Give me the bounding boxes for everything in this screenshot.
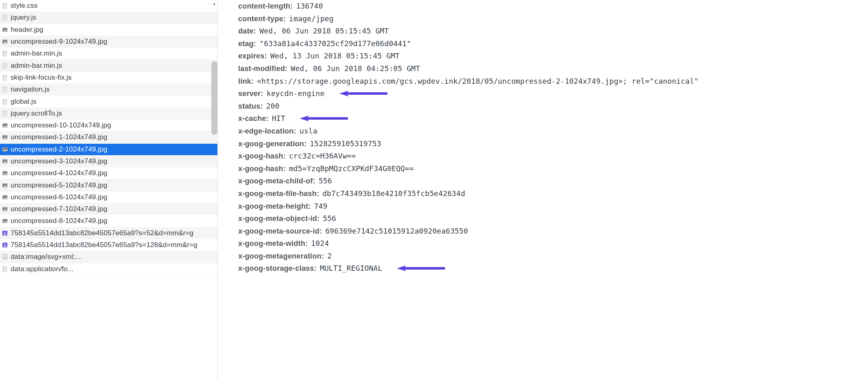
header-key: link: [238, 75, 254, 88]
request-row[interactable]: style.css [0, 0, 217, 12]
header-value: 136740 [296, 0, 323, 13]
request-list[interactable]: style.cssjquery.jsheader.jpguncompressed… [0, 0, 217, 379]
header-row: x-goog-hash:md5=YzqBpMQzcCXPKdF34G0EQQ== [238, 163, 868, 175]
request-list-panel: ▴ style.cssjquery.jsheader.jpguncompress… [0, 0, 218, 379]
file-icon [2, 266, 8, 272]
request-row[interactable]: data:image/svg+xml;... [0, 251, 217, 263]
header-row: date:Wed, 06 Jun 2018 05:15:45 GMT [238, 25, 868, 38]
image-icon [2, 158, 8, 164]
annotation-arrow-icon [299, 115, 348, 122]
request-name: uncompressed-5-1024x749.jpg [11, 181, 107, 190]
request-row[interactable]: skip-link-focus-fix.js [0, 72, 217, 84]
header-row: status:200 [238, 100, 868, 113]
header-row: content-length:136740 [238, 0, 868, 13]
request-row[interactable]: 758145a5514dd13abc82be45057e65a9?s=52&d=… [0, 227, 217, 239]
header-key: x-goog-meta-child-of: [238, 175, 315, 187]
file-icon [2, 63, 8, 69]
header-key: x-goog-hash: [238, 150, 286, 163]
header-row: link:<https://storage.googleapis.com/gcs… [238, 75, 868, 88]
request-name: global.js [11, 98, 36, 106]
request-row[interactable]: navigation.js [0, 84, 217, 96]
devtools-network-panel: ▴ style.cssjquery.jsheader.jpguncompress… [0, 0, 868, 379]
file-icon [2, 87, 8, 92]
header-row: server:keycdn-engine [238, 87, 868, 100]
scroll-up-icon[interactable]: ▴ [212, 1, 217, 6]
request-row[interactable]: admin-bar.min.js [0, 60, 217, 71]
image-icon [2, 39, 8, 45]
request-row[interactable]: global.js [0, 96, 217, 107]
header-key: x-goog-meta-source-id: [238, 225, 322, 238]
header-value: crc32c=H36AVw== [289, 150, 356, 163]
image-icon [2, 27, 8, 33]
request-row[interactable]: uncompressed-6-1024x749.jpg [0, 192, 217, 203]
request-name: uncompressed-10-1024x749.jpg [11, 121, 111, 129]
avatar-icon [2, 230, 8, 236]
header-key: x-goog-generation: [238, 138, 307, 150]
request-name: style.css [11, 2, 38, 10]
header-row: x-edge-location:usla [238, 125, 868, 138]
header-value: 1024 [311, 237, 329, 250]
request-row[interactable]: uncompressed-5-1024x749.jpg [0, 179, 217, 191]
header-key: x-goog-meta-height: [238, 200, 311, 213]
header-value: md5=YzqBpMQzcCXPKdF34G0EQQ== [289, 163, 414, 175]
header-row: x-goog-hash:crc32c=H36AVw== [238, 150, 868, 163]
header-key: etag: [238, 38, 256, 50]
response-headers-list: content-length:136740content-type:image/… [238, 0, 868, 278]
header-key: last-modified: [238, 62, 288, 75]
annotation-arrow-icon [339, 90, 388, 97]
image-icon [2, 123, 8, 128]
request-row[interactable]: uncompressed-10-1024x749.jpg [0, 120, 217, 132]
scrollbar-thumb[interactable] [211, 61, 217, 135]
header-key: x-goog-hash: [238, 163, 286, 175]
request-row[interactable]: uncompressed-7-1024x749.jpg [0, 203, 217, 215]
header-value: 200 [266, 100, 279, 113]
request-name: jquery.scrollTo.js [11, 109, 62, 118]
header-value: keycdn-engine [266, 87, 324, 100]
request-row[interactable]: admin-bar.min.js [0, 48, 217, 60]
avatar-icon [2, 242, 8, 248]
header-row: x-goog-meta-child-of:556 [238, 175, 868, 187]
request-row[interactable]: uncompressed-1-1024x749.jpg [0, 132, 217, 143]
request-row[interactable]: 758145a5514dd13abc82be45057e65a9?s=128&d… [0, 239, 217, 251]
header-row: x-goog-meta-file-hash:db7c743493b18e4210… [238, 187, 868, 200]
request-row[interactable]: uncompressed-4-1024x749.jpg [0, 167, 217, 179]
header-row: x-goog-metageneration:2 [238, 250, 868, 263]
header-row: x-goog-meta-object-id:556 [238, 212, 868, 225]
header-row: x-goog-meta-source-id:696369e7142c510159… [238, 225, 868, 238]
request-row[interactable]: jquery.js [0, 12, 217, 24]
image-icon [2, 218, 8, 224]
request-row[interactable]: uncompressed-2-1024x749.jpg [0, 144, 217, 156]
request-row[interactable]: jquery.scrollTo.js [0, 108, 217, 120]
header-key: content-type: [238, 13, 286, 25]
file-icon [2, 3, 8, 9]
request-row[interactable]: uncompressed-8-1024x749.jpg [0, 215, 217, 227]
image-icon [2, 134, 8, 140]
file-icon [2, 99, 8, 105]
request-name: header.jpg [11, 26, 43, 34]
request-row[interactable]: header.jpg [0, 24, 217, 36]
header-row: expires:Wed, 13 Jun 2018 05:15:45 GMT [238, 50, 868, 62]
request-row[interactable]: data:application/fo... [0, 263, 217, 275]
header-row: content-type:image/jpeg [238, 13, 868, 25]
request-name: uncompressed-4-1024x749.jpg [11, 169, 107, 177]
header-value: 2 [327, 250, 332, 263]
header-row: x-goog-generation:1528259105319753 [238, 138, 868, 150]
header-key: x-goog-meta-width: [238, 237, 308, 250]
annotation-arrow-icon [396, 265, 445, 272]
header-value: Wed, 06 Jun 2018 05:15:45 GMT [259, 25, 389, 38]
header-key: x-goog-meta-file-hash: [238, 187, 319, 200]
request-name: 758145a5514dd13abc82be45057e65a9?s=128&d… [11, 241, 197, 249]
header-row: x-goog-meta-width:1024 [238, 237, 868, 250]
header-value: 556 [319, 175, 332, 187]
request-name: uncompressed-8-1024x749.jpg [11, 217, 107, 225]
request-name: navigation.js [11, 85, 50, 94]
header-value: "633a81a4c4337025cf29d177e06d0441" [259, 38, 411, 50]
request-row[interactable]: uncompressed-9-1024x749.jpg [0, 36, 217, 48]
request-name: uncompressed-3-1024x749.jpg [11, 157, 107, 165]
request-name: jquery.js [11, 13, 36, 22]
header-value: 696369e7142c51015912a0920ea63550 [325, 225, 468, 238]
request-row[interactable]: uncompressed-3-1024x749.jpg [0, 156, 217, 167]
header-row: etag:"633a81a4c4337025cf29d177e06d0441" [238, 38, 868, 50]
header-value: Wed, 13 Jun 2018 05:15:45 GMT [270, 50, 400, 62]
request-name: data:image/svg+xml;... [11, 253, 81, 261]
